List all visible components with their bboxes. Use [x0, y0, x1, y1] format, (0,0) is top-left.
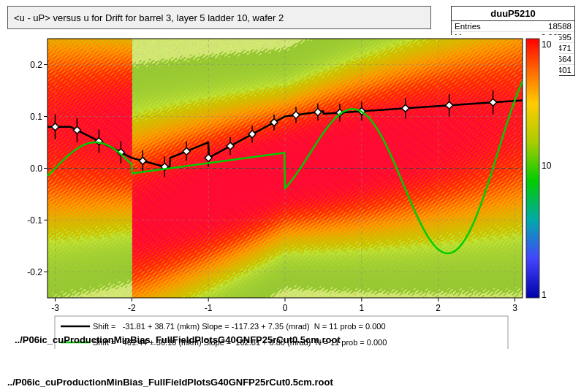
main-container: <u - uP> versus u for Drift for barrel 3… [0, 0, 581, 392]
stats-title: duuP5210 [452, 7, 574, 21]
stats-entries: Entries 18588 [452, 21, 574, 32]
plot-title: <u - uP> versus u for Drift for barrel 3… [7, 6, 431, 29]
title-text: <u - uP> versus u for Drift for barrel 3… [14, 12, 284, 23]
footer-text: ../P06ic_cuProductionMinBias_FullFieldPl… [7, 377, 333, 388]
